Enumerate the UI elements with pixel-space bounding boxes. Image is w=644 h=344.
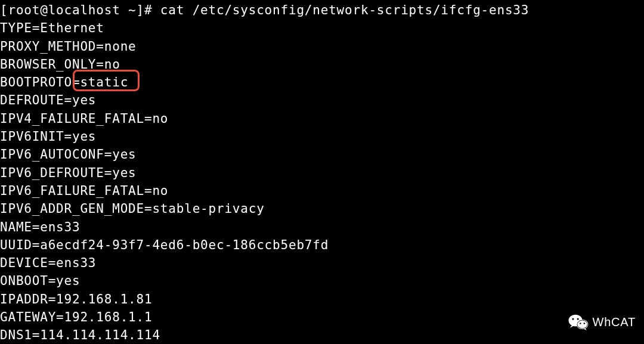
output-line: ONBOOT=yes — [0, 274, 80, 288]
output-line: GATEWAY=192.168.1.1 — [0, 310, 152, 324]
output-line: NAME=ens33 — [0, 220, 80, 234]
output-line: TYPE=Ethernet — [0, 21, 104, 35]
watermark: WhCAT — [568, 313, 636, 331]
output-line: UUID=a6ecdf24-93f7-4ed6-b0ec-186ccb5eb7f… — [0, 238, 329, 252]
output-line: IPV6INIT=yes — [0, 129, 96, 144]
output-line: DEVICE=ens33 — [0, 256, 96, 270]
watermark-label: WhCAT — [592, 313, 636, 331]
svg-point-7 — [584, 323, 586, 324]
wechat-icon — [568, 314, 589, 330]
svg-point-5 — [577, 318, 579, 320]
prompt-line: [root@localhost ~]# cat /etc/sysconfig/n… — [0, 3, 529, 17]
output-line: IPADDR=192.168.1.81 — [0, 292, 152, 306]
output-line: IPV6_ADDR_GEN_MODE=stable-privacy — [0, 202, 265, 216]
output-line: DEFROUTE=yes — [0, 93, 96, 107]
svg-point-4 — [572, 318, 574, 320]
output-line: IPV6_FAILURE_FATAL=no — [0, 184, 168, 198]
output-line: IPV6_DEFROUTE=yes — [0, 166, 137, 180]
terminal-output: [root@localhost ~]# cat /etc/sysconfig/n… — [0, 1, 644, 344]
output-line: DNS1=114.114.114.114 — [0, 328, 160, 342]
output-line: BROWSER_ONLY=no — [0, 57, 120, 72]
output-line: BOOTPROTO=static — [0, 75, 128, 89]
output-line: PROXY_METHOD=none — [0, 39, 137, 54]
svg-point-6 — [580, 323, 581, 324]
output-line: IPV6_AUTOCONF=yes — [0, 147, 137, 162]
svg-point-3 — [578, 320, 587, 328]
output-line: IPV4_FAILURE_FATAL=no — [0, 111, 168, 126]
